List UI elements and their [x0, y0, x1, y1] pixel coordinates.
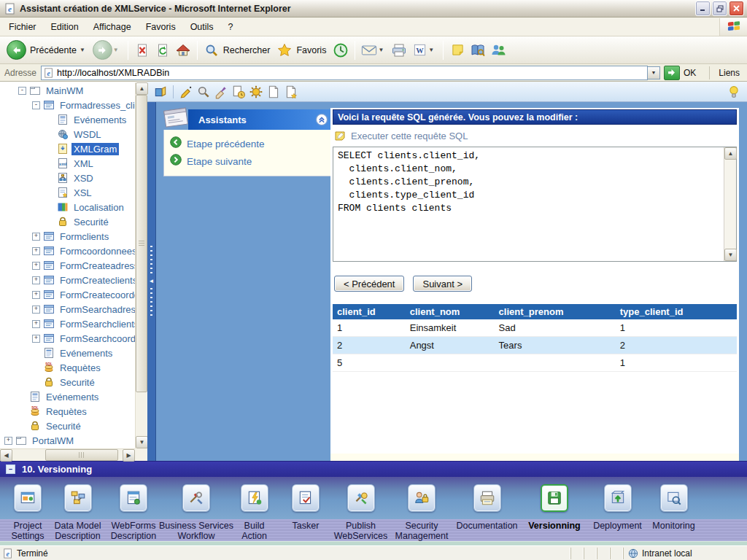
tree-item[interactable]: +PortalWM	[0, 433, 135, 448]
forward-button[interactable]: ▼	[90, 39, 124, 61]
sql-query-text[interactable]: SELECT clients.client_id, clients.client…	[333, 147, 736, 261]
tree-item-label[interactable]: XMLGram	[71, 143, 119, 155]
tree-item-label[interactable]: Formcoordonnees_	[58, 245, 135, 257]
expand-node-icon[interactable]: +	[32, 276, 40, 284]
workflow-item[interactable]: SecurityManagement	[390, 477, 453, 545]
publish-icon[interactable]	[347, 484, 375, 512]
workflow-item[interactable]: Monitoring	[647, 477, 700, 545]
scroll-right-icon[interactable]: ▶	[123, 449, 135, 462]
tree-item-label[interactable]: WSDL	[71, 128, 104, 141]
new-object-icon[interactable]	[153, 85, 168, 99]
menu-fichier[interactable]: Fichier	[1, 19, 44, 35]
expand-node-icon[interactable]: +	[32, 247, 40, 255]
tree-item[interactable]: Evénements	[0, 112, 135, 127]
tree-item[interactable]: Securité	[0, 375, 135, 389]
tree-item-label[interactable]: Evénements	[71, 114, 128, 126]
tree-item[interactable]: +FormCreateadress	[0, 258, 135, 273]
previous-button[interactable]: < Précédent	[334, 276, 404, 292]
tree-item-label[interactable]: Evénements	[44, 391, 101, 403]
process-gear-icon[interactable]	[249, 85, 263, 99]
history-button[interactable]	[330, 41, 351, 60]
back-dropdown-icon[interactable]: ▼	[80, 47, 85, 53]
go-button[interactable]	[664, 66, 680, 80]
mail-button[interactable]: ▼	[359, 41, 389, 60]
tree-item[interactable]: Evénements	[0, 389, 135, 404]
next-button[interactable]: Suivant >	[413, 276, 472, 292]
home-button[interactable]	[173, 41, 193, 60]
expand-node-icon[interactable]: +	[4, 437, 12, 445]
workflow-item[interactable]: BuildAction	[228, 477, 280, 545]
tree-item-label[interactable]: Formclients	[58, 230, 111, 243]
tree-item-label[interactable]: Securité	[44, 420, 83, 432]
close-button[interactable]	[729, 1, 744, 16]
notes-button[interactable]	[447, 41, 468, 60]
expand-node-icon[interactable]: +	[32, 291, 40, 299]
scroll-up-icon[interactable]: ▲	[136, 82, 148, 95]
tree-item[interactable]: SQLRequètes	[0, 360, 135, 375]
blank-page-icon[interactable]	[266, 85, 281, 99]
tree-item-label[interactable]: FormSearchclients	[58, 318, 135, 330]
deployment-icon[interactable]	[604, 484, 632, 512]
menu-aide[interactable]: ?	[221, 19, 241, 35]
workflow-item[interactable]: Deployment	[588, 477, 647, 545]
address-input[interactable]: e http://localhost/XMLRADBin	[41, 66, 648, 80]
workflow-item[interactable]: WebFormsDescription	[103, 477, 164, 545]
tree-item-label[interactable]: FormSearchadress	[58, 303, 135, 316]
tree-item-label[interactable]: FormCreateclients	[58, 274, 135, 287]
scroll-down-icon[interactable]: ▼	[136, 436, 148, 448]
back-button[interactable]: Précédente ▼	[4, 39, 90, 61]
tree-item[interactable]: +FormSearchcoordo	[0, 331, 135, 346]
tree-item-label[interactable]: Securité	[71, 216, 111, 228]
tree-item[interactable]: XMLGram	[0, 141, 135, 156]
address-dropdown-icon[interactable]: ▼	[648, 66, 660, 79]
table-row[interactable]: 2AngstTears2	[333, 337, 737, 354]
menu-outils[interactable]: Outils	[183, 19, 221, 35]
documentation-icon[interactable]	[473, 484, 501, 512]
expand-node-icon[interactable]: +	[32, 335, 40, 343]
tree-item-label[interactable]: Evénements	[58, 347, 115, 359]
preview-magnifier-icon[interactable]	[196, 85, 211, 99]
collapse-node-icon[interactable]: -	[18, 87, 26, 95]
print-button[interactable]	[389, 41, 409, 60]
table-row[interactable]: 1EinsamkeitSad1	[333, 319, 737, 337]
hint-lightbulb-icon[interactable]	[727, 85, 741, 99]
tree-item[interactable]: +FormSearchadress	[0, 302, 135, 316]
restore-button[interactable]	[712, 1, 727, 16]
tree-item-label[interactable]: FormCreateadress	[58, 260, 135, 272]
tree-item[interactable]: xmlXML	[0, 156, 135, 171]
workflow-item[interactable]: Business ServicesWorkflow	[164, 477, 228, 545]
tree-item-label[interactable]: PortalWM	[30, 435, 76, 447]
tree-item[interactable]: +FormCreateclients	[0, 273, 135, 287]
table-row[interactable]: 51	[333, 354, 737, 372]
wizard-step-link[interactable]: Etape suivante	[170, 152, 326, 170]
scroll-left-icon[interactable]: ◀	[0, 449, 12, 462]
tree-item[interactable]: Securité	[0, 214, 135, 229]
versionning-icon[interactable]	[541, 484, 568, 512]
menu-edition[interactable]: Edition	[44, 19, 86, 35]
tree-item[interactable]: +FormSearchclients	[0, 316, 135, 331]
tree-item-label[interactable]: XML	[71, 158, 96, 170]
import-document-icon[interactable]	[231, 85, 246, 99]
sql-editor[interactable]: SELECT clients.client_id, clients.client…	[333, 147, 737, 262]
menu-affichage[interactable]: Affichage	[86, 19, 139, 35]
workflow-item[interactable]: Data ModelDescription	[53, 477, 103, 545]
report-page-icon[interactable]	[284, 85, 298, 99]
search-button[interactable]: Rechercher	[201, 41, 275, 60]
favorites-button[interactable]: Favoris	[274, 41, 330, 60]
scrollbar-thumb[interactable]	[136, 95, 147, 392]
monitoring-icon[interactable]	[660, 484, 688, 512]
expand-node-icon[interactable]: +	[32, 233, 40, 241]
scroll-up-icon[interactable]: ▲	[724, 147, 737, 160]
edit-word-button[interactable]: W ▼	[409, 41, 439, 60]
tasker-icon[interactable]	[292, 484, 320, 512]
design-brush-icon[interactable]	[214, 85, 228, 99]
mail-dropdown-icon[interactable]: ▼	[378, 47, 384, 53]
tree-item-label[interactable]: Requètes	[44, 405, 89, 418]
research-button[interactable]	[468, 41, 488, 60]
workflow-item[interactable]: Documentation	[453, 477, 521, 545]
tree-vertical-scrollbar[interactable]: ▲ ▼	[135, 82, 147, 448]
tree-item-label[interactable]: Securité	[58, 376, 97, 389]
edit-dropdown-icon[interactable]: ▼	[428, 47, 434, 53]
tree-item-label[interactable]: Localisation	[71, 201, 126, 214]
tree-item[interactable]: -Formadresses_clie	[0, 98, 135, 112]
